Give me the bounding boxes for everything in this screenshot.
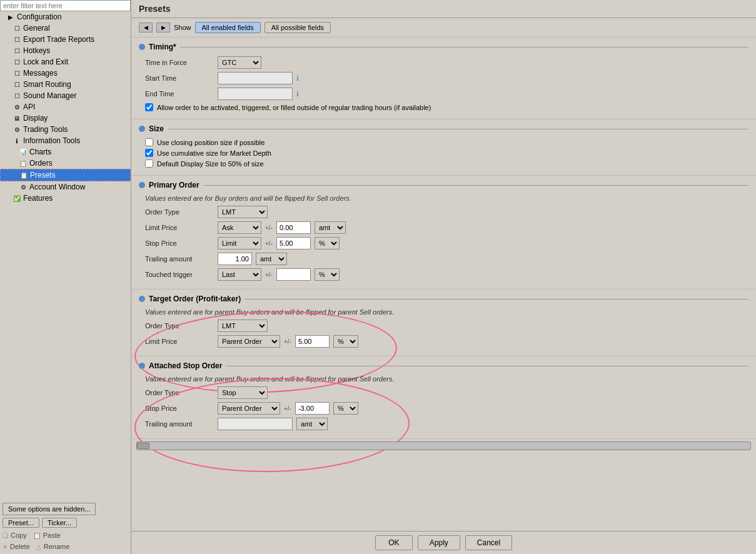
primary-touched-trigger-input[interactable] (276, 268, 311, 281)
primary-limit-price-unit-select[interactable]: amt (315, 221, 346, 234)
sidebar-item-label: Messages (23, 69, 58, 78)
allow-outside-hours-label: Allow order to be activated, triggered, … (157, 104, 431, 111)
target-limit-price-unit-select[interactable]: % (333, 335, 358, 348)
primary-limit-price-input[interactable] (276, 221, 311, 234)
sidebar-item-label: Features (23, 194, 53, 203)
use-cumulative-checkbox[interactable] (145, 149, 153, 157)
all-enabled-fields-btn[interactable]: All enabled fields (195, 22, 261, 33)
primary-touched-trigger-unit-select[interactable]: % (315, 268, 340, 281)
attached-stop-order-type-select[interactable]: Stop (218, 386, 268, 399)
target-limit-price-input[interactable] (295, 335, 330, 348)
primary-limit-price-select[interactable]: Ask (218, 221, 261, 234)
attached-stop-price-input[interactable] (295, 402, 330, 415)
ok-button[interactable]: OK (375, 535, 413, 550)
doc-icon: ☐ (13, 35, 21, 44)
primary-order-section: Primary Order Values entered are for Buy… (131, 176, 756, 290)
primary-order-type-row: Order Type LMT (139, 206, 748, 218)
sidebar-item-account-window[interactable]: ⚙ Account Window (0, 181, 131, 193)
delete-icon: ✕ (3, 543, 8, 550)
filter-input[interactable] (0, 0, 131, 11)
attached-stop-unit-select[interactable]: % (333, 402, 358, 415)
sidebar-item-hotkeys[interactable]: ☐ Hotkeys (0, 45, 131, 56)
timing-section: Timing* Time in Force GTC Start Time ℹ E… (131, 38, 756, 119)
delete-label[interactable]: Delete (10, 543, 30, 550)
sidebar-item-information-tools[interactable]: ℹ Information Tools (0, 135, 131, 146)
size-section-header: Size (139, 124, 748, 133)
default-display-checkbox[interactable] (145, 159, 153, 168)
horizontal-scrollbar[interactable] (136, 441, 751, 450)
sidebar-item-api[interactable]: ⚙ API (0, 101, 131, 113)
start-time-input[interactable] (218, 72, 293, 84)
attached-stop-line (226, 366, 748, 366)
primary-trailing-row: Trailing amount amt (139, 253, 748, 265)
use-cumulative-row: Use cumulative size for Market Depth (139, 149, 748, 157)
hidden-options-label: Some options are hidden... (8, 505, 90, 513)
limit-price-pm: +/- (265, 224, 273, 231)
preset-button[interactable]: Preset... (3, 518, 39, 528)
toggle-left-btn[interactable]: ◀ (139, 23, 153, 33)
attached-trailing-input[interactable] (218, 418, 293, 430)
sidebar-item-orders[interactable]: 📋 Orders (0, 158, 131, 169)
sidebar-item-messages[interactable]: ☐ Messages (0, 68, 131, 79)
sidebar-item-display[interactable]: 🖥 Display (0, 113, 131, 124)
primary-stop-price-unit-select[interactable]: % (315, 237, 340, 249)
expand-icon: ▶ (6, 13, 15, 21)
sidebar-item-smart-routing[interactable]: ☐ Smart Routing (0, 79, 131, 90)
primary-trailing-input[interactable] (218, 253, 252, 265)
use-closing-label: Use closing position size if possible (157, 139, 265, 146)
end-time-input[interactable] (218, 88, 293, 100)
attached-stop-section: Attached Stop Order Values entered are f… (131, 356, 756, 439)
sidebar-item-label: Trading Tools (23, 125, 68, 134)
primary-touched-trigger-select[interactable]: Last (218, 268, 261, 281)
rename-icon: △ (36, 543, 41, 550)
timing-section-header: Timing* (139, 43, 748, 51)
toggle-right-btn[interactable]: ▶ (156, 23, 170, 33)
sidebar-item-lock-exit[interactable]: ☐ Lock and Exit (0, 56, 131, 68)
start-time-row: Start Time ℹ (139, 72, 748, 84)
sidebar-item-trading-tools[interactable]: ⚙ Trading Tools (0, 124, 131, 135)
hidden-options-button[interactable]: Some options are hidden... (3, 503, 96, 515)
tool-icon: ⚙ (13, 125, 21, 134)
use-closing-checkbox[interactable] (145, 138, 153, 146)
primary-order-type-select[interactable]: LMT (218, 206, 268, 218)
sidebar-item-sound-manager[interactable]: ☐ Sound Manager (0, 90, 131, 101)
target-limit-price-select[interactable]: Parent Order (218, 335, 280, 348)
sidebar-item-general[interactable]: ☐ General (0, 23, 131, 34)
sidebar-item-features[interactable]: ✅ Features (0, 193, 131, 204)
sidebar-item-label: Smart Routing (23, 80, 71, 89)
use-closing-row: Use closing position size if possible (139, 138, 748, 146)
ticker-button[interactable]: Ticker... (42, 518, 77, 528)
primary-trailing-unit-select[interactable]: amt (256, 253, 287, 265)
primary-stop-price-select[interactable]: Limit (218, 237, 261, 249)
target-order-type-select[interactable]: LMT (218, 320, 268, 332)
allow-outside-hours-checkbox[interactable] (145, 103, 153, 111)
sidebar: ▶ Configuration ☐ General ☐ Export Trade… (0, 0, 131, 554)
cancel-button[interactable]: Cancel (465, 535, 512, 550)
doc-icon: ☐ (13, 24, 21, 33)
copy-label[interactable]: Copy (11, 531, 27, 539)
primary-stop-price-input[interactable] (276, 237, 311, 249)
end-time-info-icon: ℹ (296, 90, 299, 98)
attached-stop-title: Attached Stop Order (149, 361, 222, 370)
attached-stop-price-select[interactable]: Parent Order (218, 402, 280, 415)
doc-icon: ☐ (13, 69, 21, 78)
sidebar-item-label: Lock and Exit (23, 58, 68, 66)
rename-label[interactable]: Rename (44, 543, 70, 550)
sidebar-item-configuration[interactable]: ▶ Configuration (0, 11, 131, 23)
sidebar-item-label: General (23, 24, 50, 33)
display-icon: 🖥 (13, 114, 21, 123)
info-icon: ℹ (13, 136, 21, 145)
all-possible-fields-btn[interactable]: All possible fields (265, 22, 331, 33)
paste-label[interactable]: Paste (43, 531, 61, 539)
time-in-force-select[interactable]: GTC (218, 56, 261, 69)
attached-stop-order-type-row: Order Type Stop (139, 386, 748, 399)
sidebar-item-export-trade-reports[interactable]: ☐ Export Trade Reports (0, 34, 131, 45)
attached-trailing-unit-select[interactable]: amt (296, 418, 328, 430)
sidebar-item-charts[interactable]: 📊 Charts (0, 146, 131, 158)
paste-icon: 📋 (33, 532, 41, 539)
start-time-label: Start Time (145, 74, 214, 82)
sidebar-item-presets[interactable]: 📋 Presets (0, 169, 131, 181)
apply-button[interactable]: Apply (418, 535, 460, 550)
timing-title: Timing* (149, 43, 176, 51)
main-content: Timing* Time in Force GTC Start Time ℹ E… (131, 38, 756, 531)
